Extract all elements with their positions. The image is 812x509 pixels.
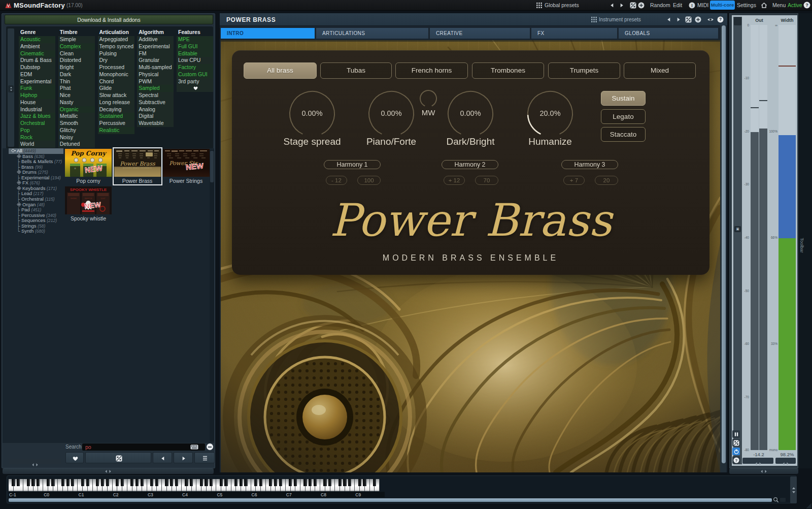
black-key[interactable] [121,479,124,486]
filter-item[interactable]: Rock [19,134,55,141]
filter-item[interactable]: Custom GUI [177,71,213,78]
harmony-button-1[interactable]: Harmony 1 [324,160,381,169]
random-preset-button[interactable] [85,452,151,463]
tree-item-bells-mallets[interactable]: ├Bells & Mallets (77) [9,159,62,165]
black-key[interactable] [31,479,35,486]
preset-thumb-spooky[interactable]: SPOOKY WHISTLE SHRIEKWHISTLEDUST NEW Spo… [65,186,112,221]
filter-item[interactable]: Physical [137,71,174,78]
filter-item[interactable]: Full GUI [177,43,213,50]
black-key[interactable] [71,479,74,486]
filter-item[interactable]: Distorted [58,57,95,64]
inst-help-icon[interactable]: ? [717,16,724,23]
previous-preset-button[interactable] [153,452,172,463]
filter-item[interactable]: Dark [58,71,95,78]
filter-item[interactable]: Industrial [19,106,55,113]
black-key[interactable] [303,479,307,486]
filter-item[interactable]: Cinematic [19,50,55,57]
multicore-button[interactable]: Multi-core [710,1,735,10]
black-key[interactable] [170,479,173,486]
filter-item[interactable]: Smooth [58,120,95,127]
window-resize-grip[interactable] [805,502,812,509]
black-key[interactable] [81,479,84,486]
black-key[interactable] [86,479,89,486]
previous-preset-icon[interactable] [609,2,615,9]
black-key[interactable] [47,479,50,486]
black-key[interactable] [269,479,272,486]
thumbnails-scrollbar[interactable] [210,150,214,441]
filter-item[interactable]: Detuned [58,141,95,148]
filter-item[interactable]: 3rd party [177,78,213,85]
black-key[interactable] [136,479,139,486]
black-key[interactable] [224,479,227,486]
filter-item[interactable]: House [19,99,55,106]
tree-item-all[interactable]: All (4449) [9,148,63,154]
tab-fx[interactable]: FX [531,28,617,39]
piano-zoom-icon[interactable] [773,497,779,503]
filter-item[interactable]: Spectral [137,92,174,99]
knob-humanize[interactable]: 20.0% [525,88,576,139]
piano-hscrollbar[interactable] [9,498,779,502]
black-key[interactable] [339,479,342,486]
tab-intro[interactable]: INTRO [221,28,315,39]
preset-thumb-popcorny[interactable]: Pop Corny IIIIIIIII NEW Pop corny [65,149,112,184]
filter-item[interactable]: FM [137,50,174,57]
black-key[interactable] [101,479,104,486]
next-preset-button[interactable] [174,452,193,463]
section-all-brass[interactable]: All brass [244,62,317,79]
info-icon[interactable]: ! [689,2,695,9]
filter-scrollbar[interactable] [8,28,14,147]
articulation-legato[interactable]: Legato [601,109,646,124]
piano-dim-button[interactable] [780,498,786,502]
filter-item[interactable]: Percussive [98,120,134,127]
filter-item[interactable]: Experimental [137,43,174,50]
filter-item[interactable]: Decaying [98,106,134,113]
virtual-keyboard-icon[interactable] [190,444,198,450]
preset-thumb-powerbrass[interactable]: Power Brass MODERN BRASS ENSEMBLE Power … [114,149,161,184]
black-key[interactable] [150,479,153,486]
black-key[interactable] [155,479,158,486]
filter-item[interactable]: Glide [98,85,134,92]
midi-button[interactable]: MIDI [697,2,708,8]
black-key[interactable] [61,479,64,486]
filter-item[interactable]: Tempo synced [98,43,134,50]
black-key[interactable] [328,479,331,486]
black-key[interactable] [141,479,144,486]
articulation-sustain[interactable]: Sustain [601,91,646,106]
section-french-horns[interactable]: French horns [395,62,468,79]
filter-item[interactable]: Slow attack [98,92,134,99]
filter-item[interactable]: Thin [58,78,95,85]
meter-help-button[interactable]: ? [732,456,740,464]
black-key[interactable] [106,479,109,486]
harmony-button-2[interactable]: Harmony 2 [442,160,498,169]
out-resize-button[interactable] [742,458,773,464]
black-key[interactable] [66,479,70,486]
filter-item[interactable]: Simple [58,36,95,43]
instrument-presets-button[interactable]: Instrument presets [599,17,641,22]
filter-item[interactable]: Low CPU [177,57,213,64]
filter-item[interactable]: Jazz & blues [19,113,55,120]
harmony-amount-1[interactable]: 100 [357,176,381,185]
filter-item[interactable]: Arpeggiated [98,36,134,43]
download-install-addons-button[interactable]: Download & Install addons [5,15,213,24]
left-splitter[interactable] [3,468,214,474]
filter-item[interactable]: Phat [58,85,95,92]
section-trumpets[interactable]: Trumpets [548,62,620,79]
knob-piano-forte[interactable]: 0.00% [366,88,417,139]
random-button[interactable]: Random [650,2,670,8]
search-input[interactable]: po [82,443,205,451]
filter-item[interactable]: MPE [177,36,213,43]
active-toggle[interactable]: Active [788,2,802,8]
filter-item[interactable]: Processed [98,64,134,71]
filter-item[interactable]: Chord [98,78,134,85]
black-key[interactable] [363,479,366,486]
filter-item[interactable]: Funk [19,85,55,92]
filter-item[interactable]: Factory [177,64,213,71]
filter-item[interactable]: Pulsing [98,50,134,57]
black-key[interactable] [185,479,188,486]
filter-item[interactable]: Glitchy [58,127,95,134]
search-clear-button[interactable] [207,443,213,450]
filter-item[interactable]: Clean [58,50,95,57]
filter-item[interactable]: Complex [58,43,95,50]
preset-menu-button[interactable] [194,452,215,463]
filter-item[interactable]: Analog [137,106,174,113]
